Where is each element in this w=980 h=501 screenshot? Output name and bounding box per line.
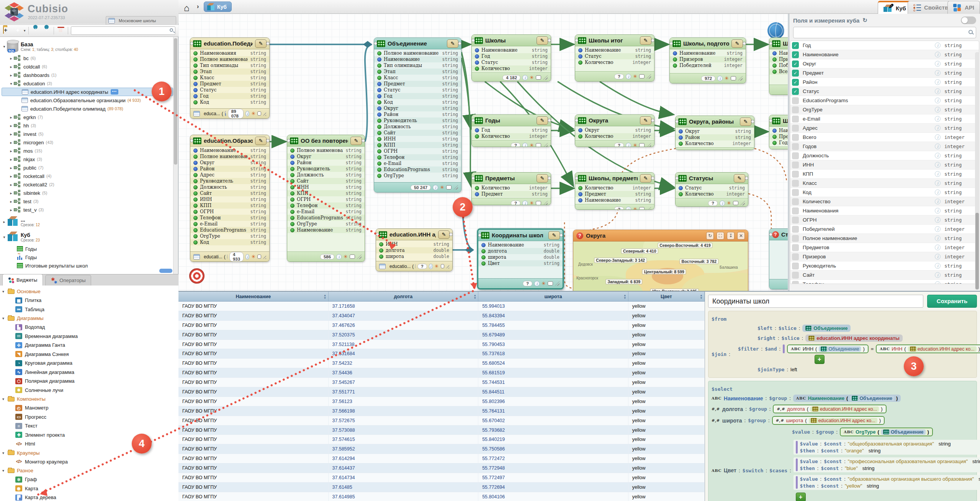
tree-search-input[interactable] [71,26,175,35]
node-field-row[interactable]: EducationProgramsstring [190,227,269,233]
info-icon[interactable]: i [935,263,941,269]
case-item[interactable]: $value:$const:"образовательная организац… [793,475,980,490]
node-field-row[interactable]: Предметstring [575,191,654,197]
cube-field-row[interactable]: Призеровiinteger [790,252,979,261]
tree-schema-education[interactable]: ▾education(3) [2,79,173,88]
comment-icon[interactable] [536,201,541,205]
node-header[interactable]: Статусы✎ [676,173,748,184]
expander-icon[interactable]: ▸ [8,73,14,77]
info-icon[interactable]: i [935,217,941,223]
expander-icon[interactable]: ▸ [2,220,7,224]
node-header[interactable]: Школы✎ [472,35,551,46]
node-field-row[interactable]: Тип олимпиадыstring [190,62,269,69]
edit-node-button[interactable]: ✎ [640,36,651,45]
info-icon[interactable]: i [522,201,528,206]
checkbox-unchecked-icon[interactable] [792,217,799,224]
map-widget-header[interactable]: ? Округа ↻ ⛶ ↧ ✕ [573,230,748,242]
cube-field-row[interactable]: ✓Районistring [790,78,979,87]
node-field-row[interactable]: Годstring [190,93,269,99]
cube-field-row[interactable]: ✓Годistring [790,41,979,50]
add-folder-button[interactable]: + [3,27,11,34]
checkbox-checked-icon[interactable]: ✓ [792,51,799,58]
add-case-button[interactable]: + [796,493,806,501]
checkbox-checked-icon[interactable]: ✓ [792,42,799,49]
output-port[interactable] [743,42,746,45]
output-port[interactable] [651,176,654,180]
node-field-row[interactable]: ИННstring [190,196,269,202]
node-shkoly-podgotovka[interactable]: Школы, подготовка ...✎Наименованиеstring… [669,38,746,83]
widget-item[interactable]: ▭Прогресс [2,413,178,422]
node-oo[interactable]: ОО без повторений✎Полное наименованиеstr… [287,135,365,262]
tree-cube-Куб[interactable]: ▾КубСрезов: 23 [2,229,173,245]
diagram-canvas[interactable]: education.Победите...✎Наименованияstring… [178,14,788,291]
add-dropdown-caret-icon[interactable]: ▾ [24,29,26,33]
field-chip[interactable]: ABCИНН(education.ИНН адрес ко...) [876,344,980,353]
checkbox-unchecked-icon[interactable] [792,272,799,279]
info-icon[interactable]: i [336,254,342,259]
info-icon[interactable]: i [935,125,941,131]
node-inn-adr[interactable]: education.ИНН адр...✎ИННstringдолготаdou… [376,228,453,271]
node-field-row[interactable]: Кодstring [190,239,269,245]
widget-group-Диаграммы[interactable]: ▾Диаграммы [2,314,178,323]
input-port[interactable] [376,233,379,236]
checkbox-unchecked-icon[interactable] [792,263,799,269]
node-field-row[interactable]: Наименованиеstring [670,50,746,56]
map-widget-body[interactable]: Северный: 4 410Северо-Восточный: 4 419Се… [573,242,748,291]
node-header[interactable]: ?Ста✎ [769,229,788,240]
resize-handle-icon[interactable] [263,111,266,116]
sort-icon[interactable]: ▴▾ [474,294,476,299]
node-field-row[interactable]: Телефонstring [190,215,269,221]
cube-field-row[interactable]: Руководительistring [790,261,979,271]
edit-node-button[interactable]: ✎ [740,117,751,126]
tree-slice-item[interactable]: Годы [2,253,173,261]
download-icon[interactable]: ↧ [727,232,735,240]
widget-item[interactable]: ⬡Полярная диаграмма [2,377,178,386]
input-port[interactable] [478,233,481,237]
resize-handle-icon[interactable] [453,185,458,190]
cube-field-row[interactable]: Должностьistring [790,151,979,160]
node-gody[interactable]: Годы✎ГодstringКоличествоinteger?i✳ [471,114,551,147]
node-field-row[interactable]: Этапstring [374,69,461,75]
table-row[interactable]: ГАОУ ВО МГПУ37.61498555.804106yellow [178,492,705,501]
cube-field-row[interactable]: OrgTypeistring [790,105,979,114]
node-field-row[interactable]: Наименованиеstring [575,47,654,53]
node-header[interactable]: Школы, подготовка ...✎ [670,38,746,49]
resize-handle-icon[interactable] [446,264,449,269]
node-field-row[interactable]: e-Emailstring [190,221,269,227]
run-icon[interactable]: ✳ [251,111,255,116]
node-field-row[interactable]: Телефонstring [374,154,461,160]
output-port[interactable] [548,119,551,122]
resize-handle-icon[interactable] [543,75,548,80]
output-port[interactable] [745,176,748,180]
column-header-3[interactable]: Цвет▴▾ [628,292,705,301]
tree-table-item[interactable]: education.Победители олимпиад(89 078) [2,104,173,113]
expander-icon[interactable]: ▾ [8,82,14,86]
node-field-row[interactable]: Призер [769,56,788,62]
node-field-row[interactable]: Классstring [190,75,269,81]
node-field-row[interactable]: Количествоinteger [676,191,748,197]
node-shk-right-top[interactable]: Шк✎НаименПризерПобедВсегоi✳ [769,38,788,95]
cube-field-row[interactable]: Классistring [790,179,979,188]
expander-icon[interactable]: ▸ [8,115,14,119]
widget-item[interactable]: ▦Плитка [2,296,178,305]
node-header[interactable]: education.Победите...✎ [190,38,269,49]
expander-icon[interactable]: ▸ [8,157,14,162]
cube-field-row[interactable]: Кодistring [790,188,979,197]
node-field-row[interactable]: Наимен [769,127,788,134]
resize-handle-icon[interactable] [263,255,266,259]
resize-handle-icon[interactable] [646,74,651,79]
node-field-row[interactable]: Районstring [190,166,269,172]
comment-icon[interactable] [441,264,445,268]
comment-icon[interactable] [536,143,541,147]
edit-node-button[interactable]: ✎ [537,36,548,45]
edit-node-button[interactable]: ✎ [350,137,362,145]
node-sta-partial[interactable]: ?Ста✎i✳ [769,228,788,289]
info-icon[interactable]: i [626,74,631,79]
tree-schema-test_v[interactable]: ▸test_v(3) [2,206,173,214]
tab-widgets[interactable]: Виджеты [2,274,43,286]
column-header-1[interactable]: долгота▴▾ [329,292,479,301]
node-shkoly[interactable]: Школы✎НаименованиеstringГодstringСтатусs… [471,34,551,82]
node-field-row[interactable]: долготаdouble [376,247,452,253]
tab-api[interactable]: API [947,1,980,14]
node-field-row[interactable]: Количествоinteger [575,133,654,139]
